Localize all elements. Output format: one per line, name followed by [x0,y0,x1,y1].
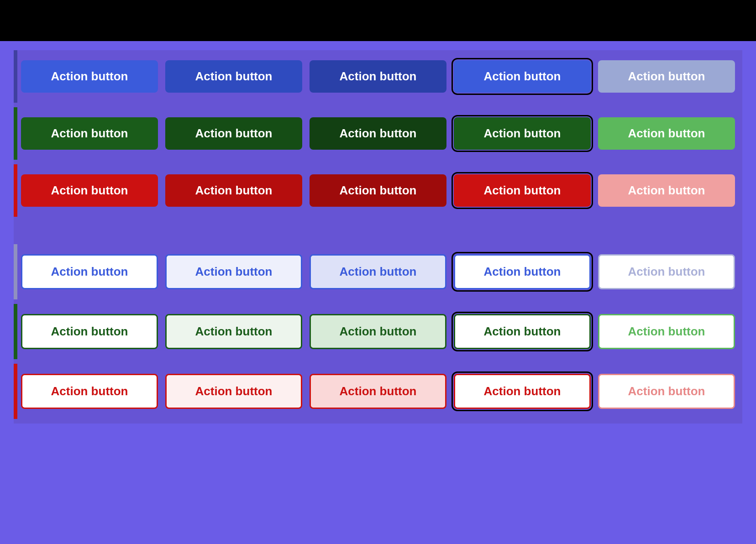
action-button-red-outline-disabled[interactable]: Action button [598,374,735,409]
btn-slot-green-outline-active: Action button [306,312,450,351]
top-black-bar [0,0,756,41]
btn-slot-red-filled-hover: Action button [162,173,306,209]
row-gap [14,359,742,364]
row-indicator-green-outline [14,304,17,359]
action-button-blue-outline-disabled[interactable]: Action button [598,254,735,289]
btn-slot-red-outline-default: Action button [17,372,162,411]
btn-slot-blue-outline-default: Action button [17,252,162,291]
action-button-green-outline-disabled[interactable]: Action button [598,314,735,349]
btn-slot-blue-filled-disabled: Action button [594,58,739,94]
btn-slot-red-filled-focus: Action button [450,173,594,209]
button-row-green-outline: Action buttonAction buttonAction buttonA… [14,304,742,359]
group-spacer [14,221,742,244]
row-indicator-blue-filled [14,50,17,103]
action-button-red-filled-focus[interactable]: Action button [454,174,591,207]
btn-slot-green-filled-default: Action button [17,115,162,152]
btn-slot-green-filled-focus: Action button [450,115,594,152]
action-button-red-filled-active[interactable]: Action button [310,174,446,207]
btn-slot-blue-outline-focus: Action button [450,252,594,291]
action-button-red-outline-active[interactable]: Action button [310,374,446,409]
action-button-green-filled-active[interactable]: Action button [310,117,446,150]
btn-slot-red-filled-default: Action button [17,173,162,209]
action-button-green-filled-disabled[interactable]: Action button [598,117,735,150]
btn-slot-green-outline-default: Action button [17,312,162,351]
btn-slot-green-filled-disabled: Action button [594,115,739,152]
action-button-blue-outline-active[interactable]: Action button [310,254,446,289]
row-gap [14,103,742,107]
action-button-red-outline-hover[interactable]: Action button [165,374,302,409]
row-indicator-red-filled [14,164,17,217]
row-indicator-green-filled [14,107,17,160]
action-button-red-filled-default[interactable]: Action button [21,174,158,207]
btn-slot-red-outline-focus: Action button [450,372,594,411]
btn-slot-red-filled-active: Action button [306,173,450,209]
btn-slot-blue-filled-active: Action button [306,58,450,94]
action-button-green-outline-hover[interactable]: Action button [165,314,302,349]
action-button-red-outline-focus[interactable]: Action button [454,374,591,409]
button-row-blue-filled: Action buttonAction buttonAction buttonA… [14,50,742,103]
row-indicator-blue-outline [14,244,17,299]
action-button-blue-filled-disabled[interactable]: Action button [598,60,735,93]
action-button-green-outline-active[interactable]: Action button [310,314,446,349]
btn-slot-green-outline-focus: Action button [450,312,594,351]
row-gap [14,217,742,221]
action-button-blue-filled-active[interactable]: Action button [310,60,446,93]
btn-slot-green-filled-active: Action button [306,115,450,152]
btn-slot-red-outline-disabled: Action button [594,372,739,411]
action-button-green-filled-focus[interactable]: Action button [454,117,591,150]
btn-slot-red-outline-active: Action button [306,372,450,411]
btn-slot-blue-filled-focus: Action button [450,58,594,94]
main-content: Action buttonAction buttonAction buttonA… [0,41,756,433]
action-button-blue-filled-focus[interactable]: Action button [454,60,591,93]
action-button-green-outline-default[interactable]: Action button [21,314,158,349]
btn-slot-red-filled-disabled: Action button [594,173,739,209]
action-button-red-outline-default[interactable]: Action button [21,374,158,409]
action-button-blue-outline-hover[interactable]: Action button [165,254,302,289]
btn-slot-blue-filled-default: Action button [17,58,162,94]
btn-slot-green-outline-hover: Action button [162,312,306,351]
action-button-red-filled-hover[interactable]: Action button [165,174,302,207]
row-indicator-red-outline [14,364,17,419]
btn-slot-blue-filled-hover: Action button [162,58,306,94]
button-row-red-filled: Action buttonAction buttonAction buttonA… [14,164,742,217]
row-gap [14,160,742,164]
btn-slot-blue-outline-disabled: Action button [594,252,739,291]
btn-slot-blue-outline-hover: Action button [162,252,306,291]
action-button-green-outline-focus[interactable]: Action button [454,314,591,349]
button-row-blue-outline: Action buttonAction buttonAction buttonA… [14,244,742,299]
action-button-blue-outline-default[interactable]: Action button [21,254,158,289]
action-button-blue-filled-hover[interactable]: Action button [165,60,302,93]
action-button-blue-outline-focus[interactable]: Action button [454,254,591,289]
button-row-red-outline: Action buttonAction buttonAction buttonA… [14,364,742,419]
action-button-blue-filled-default[interactable]: Action button [21,60,158,93]
btn-slot-green-filled-hover: Action button [162,115,306,152]
btn-slot-red-outline-hover: Action button [162,372,306,411]
action-button-red-filled-disabled[interactable]: Action button [598,174,735,207]
btn-slot-green-outline-disabled: Action button [594,312,739,351]
action-button-green-filled-hover[interactable]: Action button [165,117,302,150]
row-gap [14,419,742,424]
button-row-green-filled: Action buttonAction buttonAction buttonA… [14,107,742,160]
row-gap [14,299,742,304]
btn-slot-blue-outline-active: Action button [306,252,450,291]
action-button-green-filled-default[interactable]: Action button [21,117,158,150]
